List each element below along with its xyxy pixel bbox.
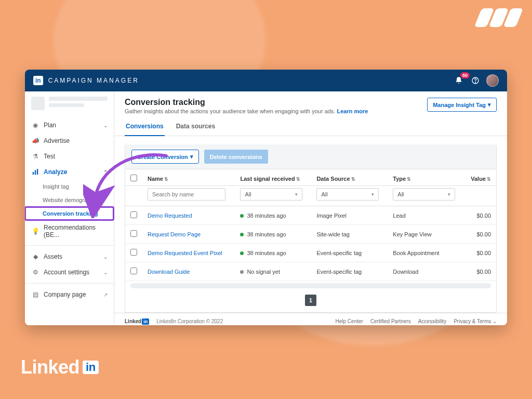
- svg-rect-2: [33, 172, 34, 175]
- sidebar-item-label: Advertise: [44, 137, 70, 144]
- sidebar-item-website-demographics[interactable]: Website demographics: [25, 193, 114, 207]
- sidebar-divider: [25, 283, 114, 284]
- manage-insight-tag-button[interactable]: Manage Insight Tag ▾: [427, 98, 497, 112]
- create-conversion-button[interactable]: Create Conversion ▾: [131, 150, 199, 164]
- gear-icon: ⚙: [31, 268, 39, 276]
- sort-icon: ⇅: [407, 177, 411, 182]
- page-title: Conversion tracking: [125, 98, 417, 107]
- sidebar-item-plan[interactable]: ◉ Plan ⌄: [25, 117, 114, 133]
- tab-conversions[interactable]: Conversions: [125, 119, 165, 136]
- svg-rect-4: [37, 169, 38, 175]
- page-subtitle: Gather insights about the actions your a…: [125, 108, 417, 114]
- bulb-icon: 💡: [31, 227, 39, 235]
- type-filter[interactable]: All▾: [393, 188, 455, 201]
- conversion-name-link[interactable]: Download Guide: [148, 269, 190, 275]
- megaphone-icon: 📣: [31, 137, 39, 145]
- table-header-row: Name⇅ Last signal received⇅ Data Source⇅…: [125, 169, 496, 186]
- name-search-input[interactable]: [148, 188, 225, 201]
- select-all-checkbox[interactable]: [130, 175, 137, 181]
- column-header-value[interactable]: Value⇅: [464, 169, 496, 186]
- page-icon: ▤: [31, 290, 39, 299]
- sidebar-item-advertise[interactable]: 📣 Advertise: [25, 133, 114, 149]
- horizontal-scrollbar[interactable]: [130, 283, 491, 288]
- last-signal-filter[interactable]: All▾: [240, 188, 302, 201]
- sidebar-item-label: Recommendations (BE...: [44, 224, 108, 238]
- column-header-data-source[interactable]: Data Source⇅: [311, 169, 388, 186]
- sidebar-item-assets[interactable]: ◆ Assets ⌄: [25, 249, 114, 264]
- chevron-down-icon: ⌄: [103, 270, 108, 275]
- svg-rect-3: [35, 170, 36, 175]
- cell-data-source: Image Pixel: [311, 206, 388, 225]
- footer-brand: Linkedin: [125, 318, 149, 324]
- sidebar-item-label: Conversion tracking: [43, 210, 98, 217]
- cell-value: $0.00: [464, 225, 496, 244]
- footer-link-privacy[interactable]: Privacy & Terms ⌄: [454, 318, 497, 324]
- row-checkbox[interactable]: [130, 230, 137, 237]
- main-content: Conversion tracking Gather insights abou…: [114, 91, 507, 325]
- cell-last-signal: No signal yet: [235, 262, 311, 281]
- sidebar-item-label: Plan: [44, 122, 56, 129]
- sidebar-item-analyze[interactable]: Analyze ⌃: [25, 164, 114, 180]
- cell-data-source: Event-specific tag: [311, 244, 388, 262]
- linkedin-in-chip: in: [33, 76, 43, 85]
- caret-down-icon: ▾: [295, 192, 298, 197]
- footer-link-partners[interactable]: Certified Partners: [370, 318, 411, 324]
- svg-point-1: [475, 82, 475, 83]
- tabs: Conversions Data sources: [114, 114, 507, 136]
- conversion-name-link[interactable]: Request Demo Page: [148, 231, 201, 237]
- notification-badge: 60: [460, 72, 470, 78]
- footer-link-accessibility[interactable]: Accessibility: [418, 318, 446, 324]
- sidebar-item-test[interactable]: ⚗ Test: [25, 149, 114, 164]
- cell-data-source: Site-wide tag: [311, 225, 388, 244]
- help-button[interactable]: [470, 75, 481, 86]
- sidebar-item-label: Analyze: [44, 168, 67, 176]
- table-row: Request Demo Page38 minutes agoSite-wide…: [125, 225, 496, 244]
- data-source-filter[interactable]: All▾: [316, 188, 379, 201]
- chevron-up-icon: ⌃: [103, 169, 108, 175]
- sidebar-item-company-page[interactable]: ▤ Company page ↗: [25, 287, 114, 302]
- status-dot: [240, 251, 244, 255]
- cell-last-signal: 38 minutes ago: [235, 244, 311, 262]
- chevron-down-icon: ⌄: [103, 123, 108, 128]
- caret-down-icon: ▾: [488, 101, 491, 108]
- pagination: 1: [125, 289, 496, 312]
- sidebar-item-recommendations[interactable]: 💡 Recommendations (BE...: [25, 220, 114, 242]
- page-number[interactable]: 1: [305, 295, 316, 306]
- status-dot: [240, 270, 244, 274]
- notifications-button[interactable]: 60: [453, 75, 464, 86]
- row-checkbox[interactable]: [130, 211, 137, 218]
- bars-icon: [31, 168, 39, 176]
- page-header: Conversion tracking Gather insights abou…: [114, 91, 507, 114]
- button-label: Delete conversions: [210, 154, 262, 160]
- linkedin-wordmark: Linkedin: [21, 356, 99, 378]
- cell-type: Download: [388, 262, 464, 281]
- sidebar-item-account-settings[interactable]: ⚙ Account settings ⌄: [25, 264, 114, 280]
- footer-link-help[interactable]: Help Center: [336, 318, 363, 324]
- column-header-last-signal[interactable]: Last signal received⇅: [235, 169, 311, 186]
- cell-last-signal: 38 minutes ago: [235, 206, 311, 225]
- conversion-name-link[interactable]: Demo Requested: [148, 212, 192, 219]
- table-toolbar: Create Conversion ▾ Delete conversions: [125, 144, 497, 169]
- column-header-type[interactable]: Type⇅: [388, 169, 464, 186]
- sidebar-divider: [25, 245, 114, 246]
- help-icon: [471, 76, 480, 85]
- conversion-name-link[interactable]: Demo Requested Event Pixel: [148, 250, 222, 256]
- column-header-name[interactable]: Name⇅: [142, 169, 235, 186]
- topbar: in CAMPAIGN MANAGER 60: [25, 70, 507, 91]
- learn-more-link[interactable]: Learn more: [337, 108, 368, 114]
- sidebar: ◉ Plan ⌄ 📣 Advertise ⚗ Test Analyze: [25, 91, 114, 325]
- sort-icon: ⇅: [487, 177, 491, 182]
- sort-icon: ⇅: [351, 177, 355, 182]
- linkedin-text: Linked: [21, 356, 79, 378]
- status-dot: [240, 214, 244, 218]
- row-checkbox[interactable]: [130, 268, 137, 274]
- sort-icon: ⇅: [164, 177, 168, 182]
- sidebar-item-conversion-tracking[interactable]: Conversion tracking: [25, 207, 114, 220]
- tab-data-sources[interactable]: Data sources: [175, 119, 216, 136]
- sidebar-item-label: Website demographics: [43, 197, 101, 203]
- avatar[interactable]: [486, 74, 499, 87]
- sidebar-item-insight-tag[interactable]: Insight tag: [25, 180, 114, 193]
- table-row: Demo Requested38 minutes agoImage PixelL…: [125, 206, 496, 225]
- row-checkbox[interactable]: [130, 249, 137, 256]
- sidebar-item-label: Test: [44, 153, 55, 160]
